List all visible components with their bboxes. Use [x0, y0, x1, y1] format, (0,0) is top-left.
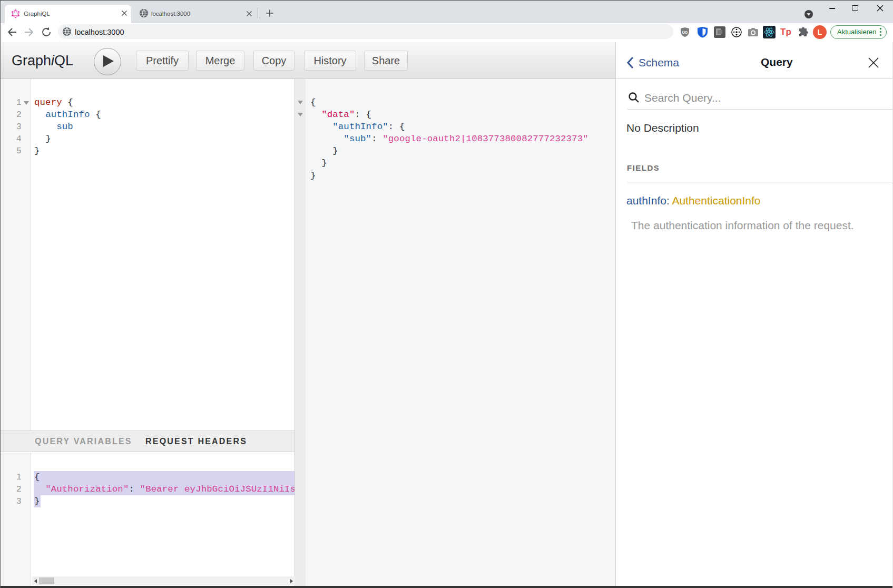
- svg-text:UO: UO: [682, 31, 688, 34]
